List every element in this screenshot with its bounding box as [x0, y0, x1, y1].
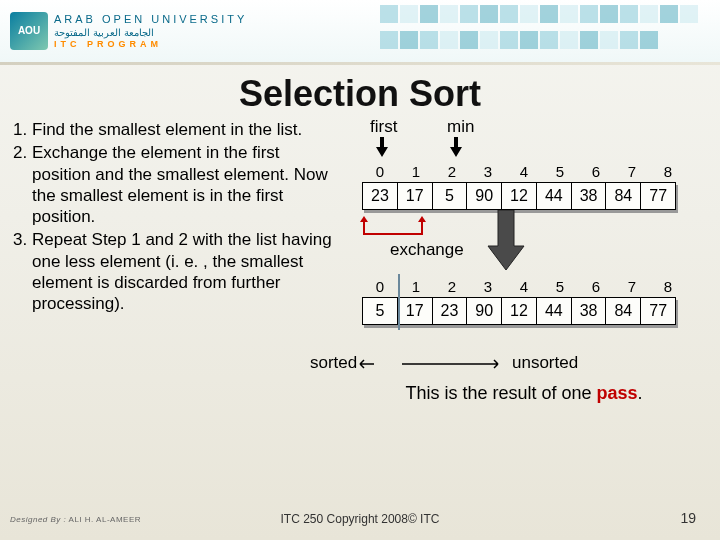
index-cell: 3	[470, 278, 506, 297]
program-name: ITC PROGRAM	[54, 39, 247, 51]
value-cell: 44	[537, 298, 572, 324]
value-cell: 38	[572, 298, 607, 324]
steps-list: Find the smallest element in the list. E…	[4, 119, 334, 314]
index-row-before: 0 1 2 3 4 5 6 7 8	[362, 163, 706, 182]
min-label: min	[447, 117, 474, 137]
index-cell: 7	[614, 163, 650, 182]
index-cell: 8	[650, 278, 686, 297]
index-cell: 4	[506, 163, 542, 182]
university-text: ARAB OPEN UNIVERSITY الجامعة العربية الم…	[54, 12, 247, 51]
step-2: Exchange the element in the first positi…	[32, 142, 334, 227]
diagram: first min 0 1 2 3 4 5 6 7 8 23 17 5 90	[342, 119, 706, 404]
sorted-unsorted-labels: sorted unsorted	[342, 353, 706, 375]
value-cell: 84	[606, 183, 641, 209]
steps: Find the smallest element in the list. E…	[4, 119, 334, 404]
index-cell: 6	[578, 163, 614, 182]
index-cell: 0	[362, 278, 398, 297]
slide-number: 19	[680, 510, 696, 526]
value-cell: 77	[641, 298, 675, 324]
arrow-down-icon	[376, 137, 388, 159]
pass-prefix: This is the result of one	[405, 383, 596, 403]
pass-word: pass	[597, 383, 638, 403]
index-cell: 5	[542, 163, 578, 182]
index-cell: 6	[578, 278, 614, 297]
value-cell: 12	[502, 298, 537, 324]
value-cell: 77	[641, 183, 675, 209]
value-cell: 23	[433, 298, 468, 324]
value-cell: 17	[398, 298, 433, 324]
pointer-labels: first min	[342, 119, 706, 137]
index-cell: 1	[398, 278, 434, 297]
university-name-ar: الجامعة العربية المفتوحة	[54, 26, 247, 39]
arrow-left-icon	[356, 359, 374, 369]
logo-mark: AOU	[10, 12, 48, 50]
arrow-down-icon	[450, 137, 462, 159]
unsorted-label: unsorted	[512, 353, 578, 373]
values-row-after: 5 17 23 90 12 44 38 84 77	[362, 297, 676, 325]
header: AOU ARAB OPEN UNIVERSITY الجامعة العربية…	[0, 0, 720, 62]
sorted-divider	[398, 274, 400, 330]
sorted-label: sorted	[310, 353, 357, 373]
index-cell: 5	[542, 278, 578, 297]
value-cell: 5	[433, 183, 468, 209]
value-cell: 12	[502, 183, 537, 209]
value-cell: 90	[467, 298, 502, 324]
arrow-right-icon	[402, 359, 502, 369]
exchange-label: exchange	[390, 240, 464, 260]
pass-result-text: This is the result of one pass.	[342, 383, 706, 404]
step-3: Repeat Step 1 and 2 with the list having…	[32, 229, 334, 314]
index-cell: 8	[650, 163, 686, 182]
header-decoration	[380, 5, 700, 55]
first-label: first	[370, 117, 397, 137]
value-cell: 90	[467, 183, 502, 209]
header-divider	[0, 62, 720, 65]
pointer-arrows	[342, 137, 706, 163]
value-cell: 17	[398, 183, 433, 209]
pass-suffix: .	[638, 383, 643, 403]
index-cell: 7	[614, 278, 650, 297]
value-cell: 44	[537, 183, 572, 209]
value-cell: 23	[363, 183, 398, 209]
index-cell: 2	[434, 163, 470, 182]
step-1: Find the smallest element in the list.	[32, 119, 334, 140]
index-cell: 3	[470, 163, 506, 182]
content: Find the smallest element in the list. E…	[0, 119, 720, 404]
second-array: 0 1 2 3 4 5 6 7 8 5 17 23 90 12 44 38 84…	[342, 278, 706, 325]
index-cell: 1	[398, 163, 434, 182]
footer: ITC 250 Copyright 2008© ITC 19 Designed …	[0, 512, 720, 526]
slide-title: Selection Sort	[0, 73, 720, 115]
exchange-block: exchange	[342, 214, 706, 272]
values-row-before: 23 17 5 90 12 44 38 84 77	[362, 182, 676, 210]
designed-label: Designed By :	[10, 515, 66, 524]
index-row-after: 0 1 2 3 4 5 6 7 8	[362, 278, 706, 297]
logo-block: AOU ARAB OPEN UNIVERSITY الجامعة العربية…	[10, 12, 247, 51]
index-cell: 0	[362, 163, 398, 182]
value-cell: 38	[572, 183, 607, 209]
index-cell: 4	[506, 278, 542, 297]
designer-name: ALI H. AL-AMEER	[69, 515, 141, 524]
university-name-en: ARAB OPEN UNIVERSITY	[54, 12, 247, 26]
value-cell: 5	[363, 298, 398, 324]
index-cell: 2	[434, 278, 470, 297]
designed-by: Designed By : ALI H. AL-AMEER	[10, 515, 141, 524]
value-cell: 84	[606, 298, 641, 324]
big-arrow-down-icon	[486, 210, 526, 272]
